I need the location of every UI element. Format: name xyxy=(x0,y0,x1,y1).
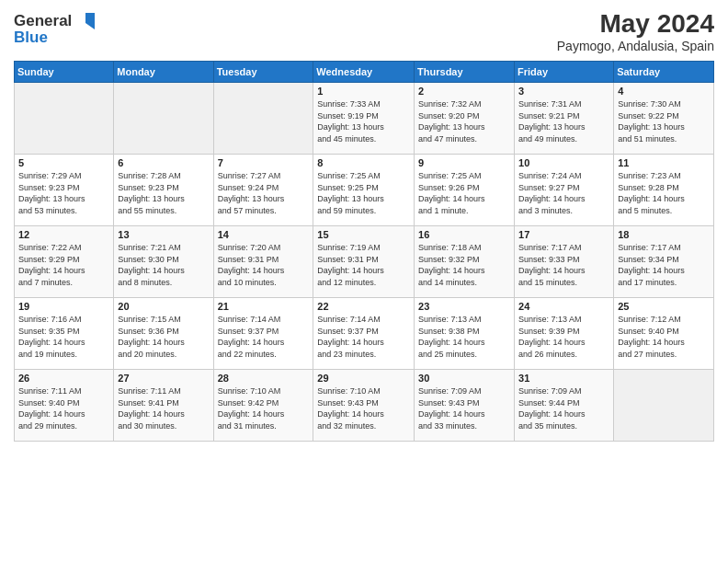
calendar-cell: 17Sunrise: 7:17 AMSunset: 9:33 PMDayligh… xyxy=(515,226,614,298)
day-info: Sunrise: 7:17 AMSunset: 9:33 PMDaylight:… xyxy=(518,242,609,288)
weekday-header-monday: Monday xyxy=(114,62,213,83)
day-number: 12 xyxy=(18,229,109,240)
title-block: May 2024 Paymogo, Andalusia, Spain xyxy=(557,9,714,53)
calendar-cell: 4Sunrise: 7:30 AMSunset: 9:22 PMDaylight… xyxy=(614,83,714,155)
day-info: Sunrise: 7:09 AMSunset: 9:43 PMDaylight:… xyxy=(418,385,510,431)
calendar-cell xyxy=(15,83,114,155)
calendar-cell: 27Sunrise: 7:11 AMSunset: 9:41 PMDayligh… xyxy=(114,370,213,442)
day-number: 6 xyxy=(118,157,209,168)
weekday-header-tuesday: Tuesday xyxy=(213,62,313,83)
location-title: Paymogo, Andalusia, Spain xyxy=(557,39,714,53)
calendar-cell: 2Sunrise: 7:32 AMSunset: 9:20 PMDaylight… xyxy=(415,83,515,155)
day-number: 18 xyxy=(618,229,710,240)
day-info: Sunrise: 7:18 AMSunset: 9:32 PMDaylight:… xyxy=(418,242,510,288)
day-number: 25 xyxy=(618,301,710,312)
day-info: Sunrise: 7:20 AMSunset: 9:31 PMDaylight:… xyxy=(218,242,310,288)
day-info: Sunrise: 7:12 AMSunset: 9:40 PMDaylight:… xyxy=(618,314,710,360)
day-number: 7 xyxy=(218,157,310,168)
day-info: Sunrise: 7:10 AMSunset: 9:43 PMDaylight:… xyxy=(317,385,410,431)
day-info: Sunrise: 7:31 AMSunset: 9:21 PMDaylight:… xyxy=(518,98,609,144)
day-info: Sunrise: 7:28 AMSunset: 9:23 PMDaylight:… xyxy=(118,170,209,216)
calendar-cell: 5Sunrise: 7:29 AMSunset: 9:23 PMDaylight… xyxy=(15,155,114,226)
day-number: 23 xyxy=(418,301,510,312)
calendar-cell: 19Sunrise: 7:16 AMSunset: 9:35 PMDayligh… xyxy=(15,298,114,370)
calendar-cell: 28Sunrise: 7:10 AMSunset: 9:42 PMDayligh… xyxy=(213,370,313,442)
calendar-cell: 8Sunrise: 7:25 AMSunset: 9:25 PMDaylight… xyxy=(313,155,415,226)
calendar-cell: 26Sunrise: 7:11 AMSunset: 9:40 PMDayligh… xyxy=(15,370,114,442)
weekday-header-saturday: Saturday xyxy=(614,62,714,83)
day-info: Sunrise: 7:17 AMSunset: 9:34 PMDaylight:… xyxy=(618,242,710,288)
calendar-cell: 12Sunrise: 7:22 AMSunset: 9:29 PMDayligh… xyxy=(15,226,114,298)
calendar-cell: 20Sunrise: 7:15 AMSunset: 9:36 PMDayligh… xyxy=(114,298,213,370)
calendar-cell: 14Sunrise: 7:20 AMSunset: 9:31 PMDayligh… xyxy=(213,226,313,298)
calendar-cell xyxy=(614,370,714,442)
weekday-header-thursday: Thursday xyxy=(415,62,515,83)
day-number: 14 xyxy=(218,229,310,240)
day-number: 3 xyxy=(518,86,609,97)
day-number: 17 xyxy=(518,229,609,240)
day-info: Sunrise: 7:25 AMSunset: 9:26 PMDaylight:… xyxy=(418,170,510,216)
calendar-cell: 9Sunrise: 7:25 AMSunset: 9:26 PMDaylight… xyxy=(415,155,515,226)
day-info: Sunrise: 7:24 AMSunset: 9:27 PMDaylight:… xyxy=(518,170,609,216)
calendar-cell: 23Sunrise: 7:13 AMSunset: 9:38 PMDayligh… xyxy=(415,298,515,370)
calendar-cell: 11Sunrise: 7:23 AMSunset: 9:28 PMDayligh… xyxy=(614,155,714,226)
calendar-cell: 7Sunrise: 7:27 AMSunset: 9:24 PMDaylight… xyxy=(213,155,313,226)
day-info: Sunrise: 7:14 AMSunset: 9:37 PMDaylight:… xyxy=(218,314,310,360)
day-info: Sunrise: 7:21 AMSunset: 9:30 PMDaylight:… xyxy=(118,242,209,288)
day-number: 22 xyxy=(317,301,410,312)
svg-text:Blue: Blue xyxy=(14,29,48,46)
day-info: Sunrise: 7:29 AMSunset: 9:23 PMDaylight:… xyxy=(18,170,109,216)
weekday-header-wednesday: Wednesday xyxy=(313,62,415,83)
day-number: 8 xyxy=(317,157,410,168)
svg-text:General: General xyxy=(14,12,72,29)
day-info: Sunrise: 7:09 AMSunset: 9:44 PMDaylight:… xyxy=(518,385,609,431)
day-number: 11 xyxy=(618,157,710,168)
day-number: 21 xyxy=(218,301,310,312)
calendar-cell: 22Sunrise: 7:14 AMSunset: 9:37 PMDayligh… xyxy=(313,298,415,370)
day-info: Sunrise: 7:14 AMSunset: 9:37 PMDaylight:… xyxy=(317,314,410,360)
day-number: 13 xyxy=(118,229,209,240)
calendar-cell xyxy=(114,83,213,155)
day-info: Sunrise: 7:16 AMSunset: 9:35 PMDaylight:… xyxy=(18,314,109,360)
calendar-cell: 24Sunrise: 7:13 AMSunset: 9:39 PMDayligh… xyxy=(515,298,614,370)
day-info: Sunrise: 7:22 AMSunset: 9:29 PMDaylight:… xyxy=(18,242,109,288)
day-number: 19 xyxy=(18,301,109,312)
day-info: Sunrise: 7:19 AMSunset: 9:31 PMDaylight:… xyxy=(317,242,410,288)
day-number: 2 xyxy=(418,86,510,97)
weekday-header-friday: Friday xyxy=(515,62,614,83)
calendar-cell: 3Sunrise: 7:31 AMSunset: 9:21 PMDaylight… xyxy=(515,83,614,155)
svg-marker-2 xyxy=(85,13,95,29)
day-number: 10 xyxy=(518,157,609,168)
day-number: 29 xyxy=(317,373,410,384)
logo: General Blue xyxy=(14,9,97,51)
day-number: 5 xyxy=(18,157,109,168)
day-number: 1 xyxy=(317,86,410,97)
calendar-cell: 25Sunrise: 7:12 AMSunset: 9:40 PMDayligh… xyxy=(614,298,714,370)
day-info: Sunrise: 7:15 AMSunset: 9:36 PMDaylight:… xyxy=(118,314,209,360)
day-number: 9 xyxy=(418,157,510,168)
day-info: Sunrise: 7:11 AMSunset: 9:41 PMDaylight:… xyxy=(118,385,209,431)
day-info: Sunrise: 7:23 AMSunset: 9:28 PMDaylight:… xyxy=(618,170,710,216)
day-info: Sunrise: 7:33 AMSunset: 9:19 PMDaylight:… xyxy=(317,98,410,144)
calendar-cell: 29Sunrise: 7:10 AMSunset: 9:43 PMDayligh… xyxy=(313,370,415,442)
day-info: Sunrise: 7:30 AMSunset: 9:22 PMDaylight:… xyxy=(618,98,710,144)
day-info: Sunrise: 7:27 AMSunset: 9:24 PMDaylight:… xyxy=(218,170,310,216)
day-number: 27 xyxy=(118,373,209,384)
day-number: 28 xyxy=(218,373,310,384)
month-title: May 2024 xyxy=(557,9,714,39)
day-info: Sunrise: 7:10 AMSunset: 9:42 PMDaylight:… xyxy=(218,385,310,431)
calendar-cell: 1Sunrise: 7:33 AMSunset: 9:19 PMDaylight… xyxy=(313,83,415,155)
calendar-cell: 13Sunrise: 7:21 AMSunset: 9:30 PMDayligh… xyxy=(114,226,213,298)
day-number: 4 xyxy=(618,86,710,97)
calendar-cell: 16Sunrise: 7:18 AMSunset: 9:32 PMDayligh… xyxy=(415,226,515,298)
day-number: 26 xyxy=(18,373,109,384)
calendar-cell: 6Sunrise: 7:28 AMSunset: 9:23 PMDaylight… xyxy=(114,155,213,226)
day-number: 24 xyxy=(518,301,609,312)
day-info: Sunrise: 7:13 AMSunset: 9:39 PMDaylight:… xyxy=(518,314,609,360)
calendar-cell: 21Sunrise: 7:14 AMSunset: 9:37 PMDayligh… xyxy=(213,298,313,370)
calendar-cell xyxy=(213,83,313,155)
calendar-cell: 18Sunrise: 7:17 AMSunset: 9:34 PMDayligh… xyxy=(614,226,714,298)
day-info: Sunrise: 7:25 AMSunset: 9:25 PMDaylight:… xyxy=(317,170,410,216)
calendar: SundayMondayTuesdayWednesdayThursdayFrid… xyxy=(14,61,714,442)
day-number: 31 xyxy=(518,373,609,384)
